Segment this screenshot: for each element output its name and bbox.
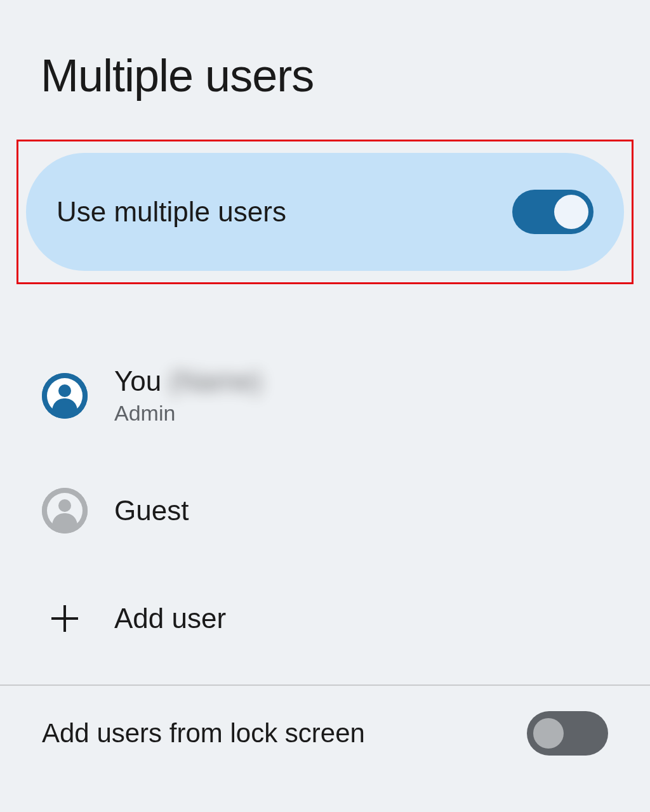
- svg-point-5: [58, 499, 71, 512]
- user-row-guest[interactable]: Guest: [42, 470, 608, 551]
- plus-icon: [42, 596, 88, 641]
- toggle-thumb: [533, 718, 564, 749]
- user-role-you: Admin: [114, 401, 262, 426]
- avatar-you-icon: [42, 373, 88, 419]
- user-name-you: You: [114, 365, 161, 397]
- add-from-lock-screen-label: Add users from lock screen: [42, 718, 365, 749]
- avatar-guest-icon: [42, 488, 88, 534]
- add-from-lock-screen-toggle[interactable]: [527, 711, 608, 756]
- add-from-lock-screen-row[interactable]: Add users from lock screen: [0, 686, 650, 756]
- highlight-annotation: Use multiple users: [17, 140, 633, 284]
- page-title: Multiple users: [0, 0, 650, 140]
- user-info-you: You (Name) Admin: [114, 365, 262, 426]
- toggle-thumb: [554, 195, 588, 229]
- user-info-guest: Guest: [114, 495, 189, 527]
- user-name-guest: Guest: [114, 495, 189, 527]
- use-multiple-users-row[interactable]: Use multiple users: [26, 153, 624, 271]
- user-row-you[interactable]: You (Name) Admin: [42, 348, 608, 443]
- add-user-row[interactable]: Add user: [42, 578, 608, 659]
- users-list: You (Name) Admin Guest Add user: [0, 284, 650, 659]
- use-multiple-users-toggle[interactable]: [512, 190, 594, 234]
- svg-point-2: [58, 384, 71, 397]
- use-multiple-users-label: Use multiple users: [56, 196, 286, 228]
- add-user-label: Add user: [114, 603, 226, 634]
- user-actual-name-blurred: (Name): [169, 365, 262, 397]
